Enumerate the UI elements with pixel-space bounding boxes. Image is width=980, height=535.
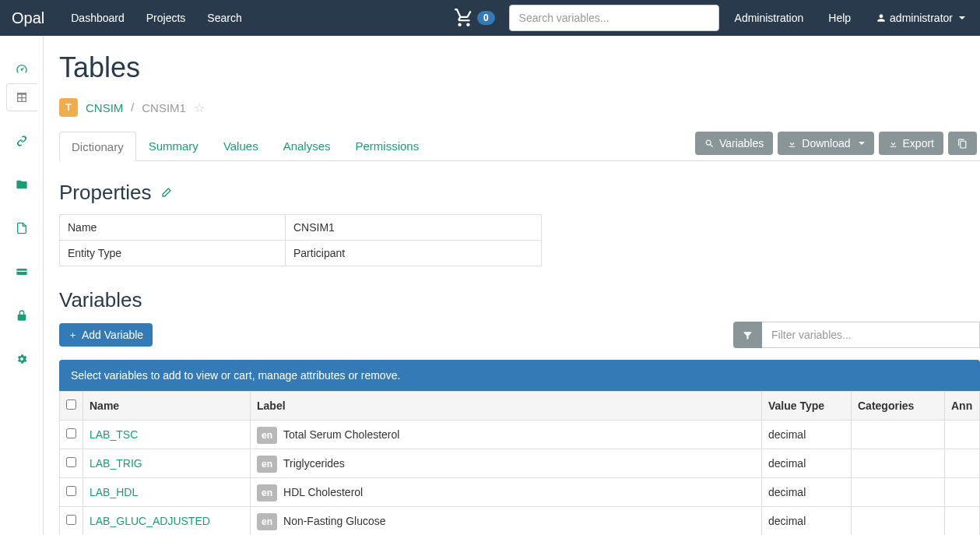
sidebar-card[interactable] — [6, 258, 37, 286]
property-key: Name — [60, 215, 286, 241]
table-row: LAB_TSCenTotal Serum Cholesteroldecimal — [60, 421, 980, 449]
tab-summary[interactable]: Summary — [136, 131, 211, 160]
column-label[interactable]: Label — [251, 392, 762, 421]
nav-dashboard[interactable]: Dashboard — [60, 1, 135, 35]
filter-input[interactable] — [762, 322, 980, 348]
copy-icon — [957, 139, 968, 149]
variable-categories — [852, 507, 945, 536]
caret-down-icon — [859, 142, 865, 145]
sidebar-lock[interactable] — [6, 301, 37, 329]
properties-table: Name CNSIM1 Entity Type Participant — [59, 214, 542, 266]
copy-button[interactable] — [948, 132, 977, 155]
row-checkbox[interactable] — [66, 515, 76, 525]
variable-label: Triglycerides — [283, 457, 345, 470]
download-btn-label: Download — [802, 137, 850, 150]
search-icon — [704, 139, 715, 149]
user-menu[interactable]: administrator — [866, 12, 968, 24]
card-icon — [16, 266, 28, 278]
table-row: LAB_HDLenHDL Cholesteroldecimal — [60, 478, 980, 507]
breadcrumb-separator: / — [131, 101, 134, 114]
variable-label: HDL Cholesterol — [283, 486, 363, 498]
sidebar-dashboard[interactable] — [6, 55, 37, 83]
variable-label: Total Serum Cholesterol — [283, 428, 399, 441]
add-variable-button[interactable]: Add Variable — [59, 323, 153, 347]
property-key: Entity Type — [60, 241, 286, 266]
gear-icon — [16, 353, 28, 365]
variable-name-link[interactable]: LAB_TRIG — [90, 457, 142, 470]
variable-value-type: decimal — [762, 478, 852, 507]
tab-values[interactable]: Values — [211, 131, 271, 160]
lang-badge: en — [257, 484, 277, 502]
lang-badge: en — [257, 427, 277, 444]
filter-icon — [743, 330, 753, 340]
breadcrumb-current: CNSIM1 — [142, 101, 186, 114]
row-checkbox[interactable] — [66, 486, 76, 496]
search-input[interactable] — [509, 5, 719, 31]
user-icon — [876, 12, 887, 23]
nav-administration[interactable]: Administration — [725, 12, 813, 24]
svg-rect-1 — [16, 271, 26, 272]
column-categories[interactable]: Categories — [852, 392, 945, 421]
download-button[interactable]: Download — [778, 132, 873, 155]
caret-down-icon — [959, 16, 965, 19]
nav-projects[interactable]: Projects — [135, 1, 197, 35]
variables-title: Variables — [59, 288, 980, 312]
tab-dictionary[interactable]: Dictionary — [59, 132, 136, 161]
properties-title: Properties — [59, 181, 152, 205]
nav-help[interactable]: Help — [819, 12, 860, 24]
variable-annotations — [945, 421, 980, 449]
column-name[interactable]: Name — [83, 392, 251, 421]
sidebar-tables[interactable] — [6, 83, 37, 111]
variable-value-type: decimal — [762, 507, 852, 536]
cart-count-badge: 0 — [477, 11, 495, 25]
tab-analyses[interactable]: Analyses — [271, 131, 343, 160]
property-row: Name CNSIM1 — [60, 215, 542, 241]
variables-search-button[interactable]: Variables — [695, 132, 773, 155]
variable-categories — [852, 449, 945, 478]
cart-button[interactable]: 0 — [446, 8, 503, 28]
tab-permissions[interactable]: Permissions — [343, 131, 432, 160]
variable-annotations — [945, 507, 980, 536]
breadcrumb-project-link[interactable]: CNSIM — [86, 101, 123, 114]
add-variable-label: Add Variable — [82, 329, 143, 341]
filter-button[interactable] — [733, 322, 762, 348]
select-all-checkbox[interactable] — [66, 399, 76, 410]
sidebar-settings[interactable] — [6, 345, 37, 373]
download-icon — [787, 139, 797, 149]
variable-annotations — [945, 449, 980, 478]
column-annotations[interactable]: Ann — [945, 392, 980, 421]
variable-name-link[interactable]: LAB_HDL — [90, 486, 138, 498]
variable-annotations — [945, 478, 980, 507]
column-value-type[interactable]: Value Type — [762, 392, 852, 421]
nav-search[interactable]: Search — [196, 1, 252, 35]
lock-icon — [16, 309, 28, 322]
table-row: LAB_TRIGenTriglyceridesdecimal — [60, 449, 980, 478]
variable-value-type: decimal — [762, 449, 852, 478]
cart-icon — [454, 8, 474, 28]
plus-icon — [68, 331, 77, 340]
sidebar-document[interactable] — [6, 214, 37, 242]
variable-name-link[interactable]: LAB_GLUC_ADJUSTED — [90, 515, 210, 527]
variable-label: Non-Fasting Glucose — [283, 515, 386, 527]
bookmark-star-icon[interactable]: ☆ — [194, 100, 205, 115]
folder-icon — [16, 178, 28, 191]
export-btn-label: Export — [903, 137, 934, 150]
row-checkbox[interactable] — [66, 428, 76, 438]
row-checkbox[interactable] — [66, 457, 76, 467]
edit-icon[interactable] — [160, 187, 172, 199]
sidebar-link[interactable] — [6, 127, 37, 155]
lang-badge: en — [257, 456, 277, 473]
variable-value-type: decimal — [762, 421, 852, 449]
variable-categories — [852, 478, 945, 507]
breadcrumb-badge: T — [59, 98, 78, 117]
export-icon — [888, 139, 898, 149]
property-row: Entity Type Participant — [60, 241, 542, 266]
table-row: LAB_GLUC_ADJUSTEDenNon-Fasting Glucosede… — [60, 507, 980, 536]
variable-name-link[interactable]: LAB_TSC — [90, 428, 138, 441]
table-icon — [16, 91, 28, 104]
brand-logo[interactable]: Opal — [12, 9, 44, 27]
variables-table: Name Label Value Type Categories Ann LAB… — [59, 391, 980, 535]
export-button[interactable]: Export — [879, 132, 943, 155]
info-bar: Select variables to add to view or cart,… — [59, 360, 980, 391]
sidebar-files[interactable] — [6, 171, 37, 199]
